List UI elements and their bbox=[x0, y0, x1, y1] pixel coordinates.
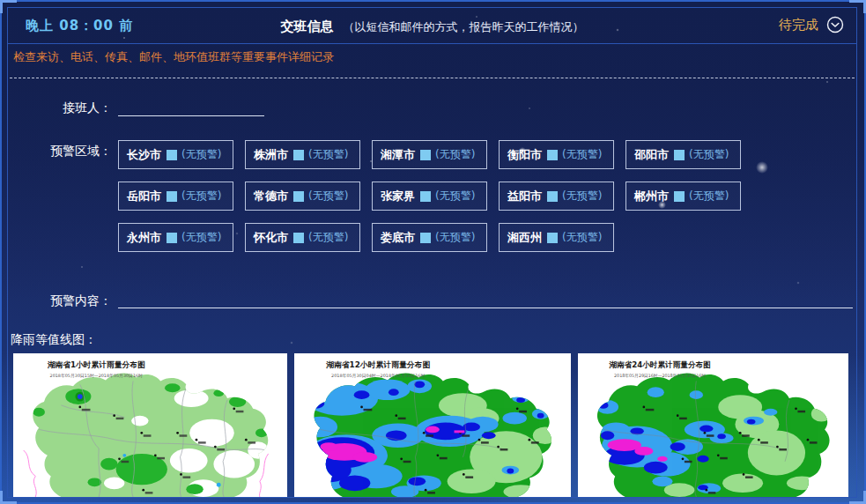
city-name-label: 永州市 bbox=[127, 230, 161, 246]
no-warning-label: (无预警) bbox=[562, 230, 602, 245]
star-dots bbox=[0, 0, 2, 2]
city-name-label: 益阳市 bbox=[507, 189, 542, 204]
checkbox-icon[interactable] bbox=[420, 233, 431, 243]
warning-area-label: 预警区域： bbox=[8, 144, 112, 159]
checkbox-icon[interactable] bbox=[167, 233, 177, 243]
checkbox-icon[interactable] bbox=[674, 150, 685, 160]
rainfall-maps-label: 降雨等值线图： bbox=[11, 332, 97, 348]
map-title: 湖南省12小时累计雨量分布图 bbox=[326, 360, 430, 369]
checkbox-icon[interactable] bbox=[293, 150, 304, 160]
city-warning-box[interactable]: 衡阳市(无预警) bbox=[499, 140, 614, 169]
rainfall-map-24h: 湖南省24小时累计雨量分布图 2018年05月29日16时—2018年05月30… bbox=[578, 353, 848, 497]
city-warning-box[interactable]: 郴州市(无预警) bbox=[625, 182, 741, 211]
city-warning-box[interactable]: 常德市(无预警) bbox=[245, 182, 360, 211]
city-warning-box[interactable]: 娄底市(无预警) bbox=[372, 223, 487, 252]
city-name-label: 常德市 bbox=[254, 189, 288, 204]
header-title-group: 交班信息 （以短信和邮件的方式，报告昨天的工作情况） bbox=[8, 18, 856, 35]
warning-content-input[interactable] bbox=[118, 288, 853, 308]
city-name-label: 株洲市 bbox=[254, 147, 288, 163]
shift-panel: 晚上 08：00 前 交班信息 （以短信和邮件的方式，报告昨天的工作情况） 待完… bbox=[7, 7, 857, 498]
city-warning-box[interactable]: 株洲市(无预警) bbox=[245, 140, 360, 169]
no-warning-label: (无预警) bbox=[435, 230, 475, 245]
city-warning-box[interactable]: 张家界(无预警) bbox=[372, 182, 487, 211]
city-name-label: 郴州市 bbox=[634, 189, 669, 204]
no-warning-label: (无预警) bbox=[181, 230, 221, 245]
checkbox-icon[interactable] bbox=[167, 150, 177, 160]
status-badge: 待完成 bbox=[779, 17, 818, 33]
city-warning-box[interactable]: 邵阳市(无预警) bbox=[625, 140, 741, 169]
no-warning-label: (无预警) bbox=[689, 189, 729, 204]
map-subtitle: 2018年05月30日15时—2018年05月30日16时 bbox=[50, 372, 143, 378]
city-name-label: 怀化市 bbox=[254, 230, 288, 246]
page-title: 交班信息 bbox=[280, 19, 333, 34]
no-warning-label: (无预警) bbox=[435, 189, 475, 204]
dashed-divider bbox=[10, 78, 855, 78]
city-name-label: 邵阳市 bbox=[634, 147, 669, 163]
successor-input[interactable] bbox=[118, 96, 264, 116]
page-root: { "header": { "time_label": "晚上 08：00 前"… bbox=[0, 0, 866, 504]
no-warning-label: (无预警) bbox=[308, 230, 348, 245]
rainfall-maps-row: 湖南省1小时累计雨量分布图 2018年05月30日15时—2018年05月30日… bbox=[13, 353, 848, 497]
warning-content-label: 预警内容： bbox=[8, 293, 112, 309]
city-warning-box[interactable]: 长沙市(无预警) bbox=[118, 140, 233, 169]
map-subtitle: 2018年05月29日16时—2018年05月30日16时 bbox=[614, 372, 706, 378]
city-name-label: 湘潭市 bbox=[381, 147, 415, 163]
city-warning-box[interactable]: 岳阳市(无预警) bbox=[118, 182, 233, 211]
rainfall-map-12h: 湖南省12小时累计雨量分布图 2018年05月30日04时—2018年05月30… bbox=[294, 353, 571, 497]
city-warning-box[interactable]: 永州市(无预警) bbox=[118, 223, 233, 252]
city-name-label: 岳阳市 bbox=[127, 189, 161, 204]
notice-text: 检查来访、电话、传真、邮件、地环值班群等重要事件详细记录 bbox=[13, 49, 334, 65]
city-name-label: 衡阳市 bbox=[507, 147, 542, 163]
no-warning-label: (无预警) bbox=[181, 147, 221, 162]
rainfall-map-1h: 湖南省1小时累计雨量分布图 2018年05月30日15时—2018年05月30日… bbox=[13, 353, 287, 497]
checkbox-icon[interactable] bbox=[420, 150, 431, 160]
chevron-down-icon[interactable] bbox=[826, 16, 844, 33]
panel-header: 晚上 08：00 前 交班信息 （以短信和邮件的方式，报告昨天的工作情况） 待完… bbox=[8, 8, 856, 44]
no-warning-label: (无预警) bbox=[562, 189, 602, 204]
map-title: 湖南省1小时累计雨量分布图 bbox=[48, 360, 145, 369]
city-warning-box[interactable]: 益阳市(无预警) bbox=[499, 182, 614, 211]
checkbox-icon[interactable] bbox=[293, 191, 304, 202]
checkbox-icon[interactable] bbox=[674, 191, 685, 202]
city-warning-box[interactable]: 湘潭市(无预警) bbox=[372, 140, 487, 169]
no-warning-label: (无预警) bbox=[562, 147, 602, 162]
checkbox-icon[interactable] bbox=[547, 150, 558, 160]
successor-label: 接班人： bbox=[8, 100, 112, 116]
checkbox-icon[interactable] bbox=[420, 191, 431, 202]
status-toggle[interactable]: 待完成 bbox=[779, 16, 844, 33]
city-warning-box[interactable]: 湘西州(无预警) bbox=[499, 223, 614, 252]
city-name-label: 娄底市 bbox=[381, 230, 415, 246]
checkbox-icon[interactable] bbox=[547, 191, 558, 202]
checkbox-icon[interactable] bbox=[167, 191, 177, 202]
checkbox-icon[interactable] bbox=[547, 233, 558, 243]
no-warning-label: (无预警) bbox=[308, 189, 348, 204]
page-subtitle: （以短信和邮件的方式，报告昨天的工作情况） bbox=[344, 20, 584, 33]
map-title: 湖南省24小时累计雨量分布图 bbox=[609, 360, 710, 369]
city-name-label: 湘西州 bbox=[507, 230, 542, 246]
no-warning-label: (无预警) bbox=[308, 147, 348, 162]
city-warning-box[interactable]: 怀化市(无预警) bbox=[245, 223, 360, 252]
city-name-label: 张家界 bbox=[381, 189, 415, 204]
no-warning-label: (无预警) bbox=[181, 189, 221, 204]
no-warning-label: (无预警) bbox=[435, 147, 475, 162]
checkbox-icon[interactable] bbox=[293, 233, 304, 243]
no-warning-label: (无预警) bbox=[689, 147, 729, 162]
warning-area-grid: 长沙市(无预警)株洲市(无预警)湘潭市(无预警)衡阳市(无预警)邵阳市(无预警)… bbox=[118, 140, 761, 264]
map-subtitle: 2018年05月30日04时—2018年05月30日16时 bbox=[331, 373, 425, 379]
city-name-label: 长沙市 bbox=[127, 147, 161, 163]
